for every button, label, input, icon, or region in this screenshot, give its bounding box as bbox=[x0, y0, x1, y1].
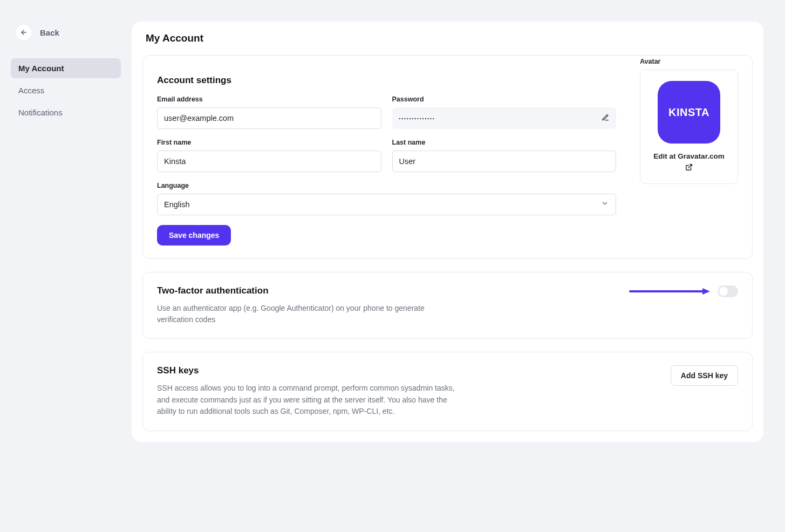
avatar-text: KINSTA bbox=[668, 106, 709, 119]
avatar-label: Avatar bbox=[640, 58, 738, 65]
sidebar: Back My Account Access Notifications bbox=[0, 0, 132, 532]
last-name-label: Last name bbox=[392, 139, 617, 146]
svg-line-1 bbox=[688, 165, 692, 168]
language-select[interactable]: English bbox=[157, 194, 616, 215]
sidebar-item-access[interactable]: Access bbox=[11, 80, 121, 100]
sidebar-item-label: Notifications bbox=[18, 108, 63, 117]
gravatar-link[interactable]: Edit at Gravatar.com bbox=[653, 152, 724, 173]
account-settings-panel: Account settings Email address Password … bbox=[142, 55, 753, 259]
ssh-description: SSH access allows you to log into a comm… bbox=[157, 383, 459, 418]
first-name-label: First name bbox=[157, 139, 381, 146]
twofa-panel: Two-factor authentication Use an authent… bbox=[142, 272, 753, 339]
email-label: Email address bbox=[157, 96, 381, 103]
back-arrow-icon bbox=[15, 24, 32, 41]
first-name-input[interactable] bbox=[157, 151, 381, 172]
svg-marker-3 bbox=[702, 288, 710, 295]
last-name-input[interactable] bbox=[392, 151, 617, 172]
back-label: Back bbox=[40, 28, 59, 37]
content-card: My Account Account settings Email addres… bbox=[132, 22, 763, 442]
ssh-title: SSH keys bbox=[157, 365, 459, 376]
back-button[interactable]: Back bbox=[11, 24, 121, 41]
twofa-description: Use an authenticator app (e.g. Google Au… bbox=[157, 303, 438, 325]
gravatar-link-text: Edit at Gravatar.com bbox=[653, 152, 724, 160]
password-mask: •••••••••••••• bbox=[399, 116, 435, 121]
main: My Account Account settings Email addres… bbox=[132, 0, 785, 532]
toggle-knob bbox=[719, 287, 728, 296]
ssh-panel: SSH keys SSH access allows you to log in… bbox=[142, 352, 753, 431]
sidebar-nav: My Account Access Notifications bbox=[11, 58, 121, 122]
save-button[interactable]: Save changes bbox=[157, 225, 231, 245]
sidebar-item-label: My Account bbox=[18, 64, 64, 73]
page-title: My Account bbox=[146, 32, 753, 44]
add-ssh-key-button[interactable]: Add SSH key bbox=[671, 365, 738, 386]
avatar-box: KINSTA Edit at Gravatar.com bbox=[640, 70, 738, 184]
sidebar-item-my-account[interactable]: My Account bbox=[11, 58, 121, 78]
email-input[interactable] bbox=[157, 107, 381, 129]
account-settings-title: Account settings bbox=[157, 75, 616, 86]
language-label: Language bbox=[157, 182, 616, 189]
password-label: Password bbox=[392, 96, 617, 103]
avatar: KINSTA bbox=[658, 81, 720, 144]
twofa-title: Two-factor authentication bbox=[157, 285, 438, 296]
pointer-arrow-icon bbox=[629, 287, 710, 296]
password-field[interactable]: •••••••••••••• bbox=[392, 107, 617, 129]
twofa-toggle[interactable] bbox=[718, 285, 738, 297]
sidebar-item-label: Access bbox=[18, 86, 44, 95]
external-link-icon bbox=[685, 163, 693, 173]
edit-icon[interactable] bbox=[602, 114, 609, 123]
sidebar-item-notifications[interactable]: Notifications bbox=[11, 103, 121, 122]
